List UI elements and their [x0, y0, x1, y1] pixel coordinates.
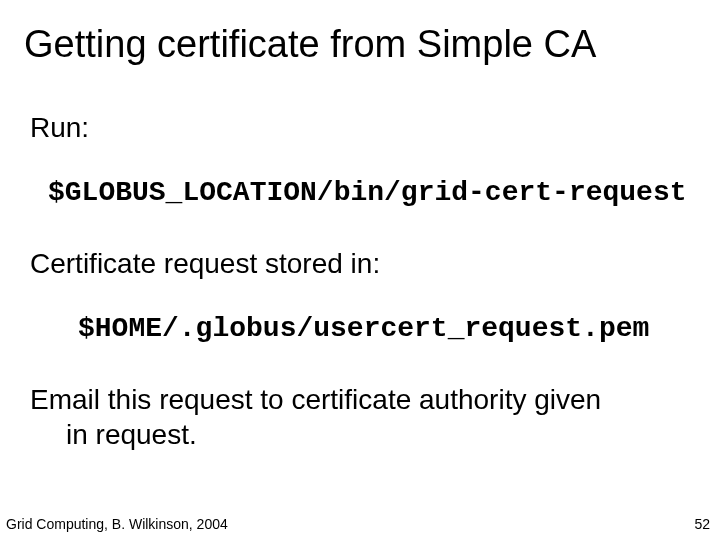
- email-instruction-line1: Email this request to certificate author…: [30, 384, 601, 415]
- email-instruction-line2: in request.: [30, 417, 690, 452]
- slide-title: Getting certificate from Simple CA: [24, 24, 696, 66]
- command-grid-cert-request: $GLOBUS_LOCATION/bin/grid-cert-request: [30, 175, 690, 210]
- stored-in-label: Certificate request stored in:: [30, 246, 690, 281]
- page-number: 52: [694, 516, 710, 532]
- slide-body: Run: $GLOBUS_LOCATION/bin/grid-cert-requ…: [30, 110, 690, 452]
- slide: Getting certificate from Simple CA Run: …: [0, 0, 720, 540]
- email-instruction: Email this request to certificate author…: [30, 382, 690, 452]
- path-usercert-request: $HOME/.globus/usercert_request.pem: [30, 311, 690, 346]
- run-label: Run:: [30, 110, 690, 145]
- footer-citation: Grid Computing, B. Wilkinson, 2004: [6, 516, 228, 532]
